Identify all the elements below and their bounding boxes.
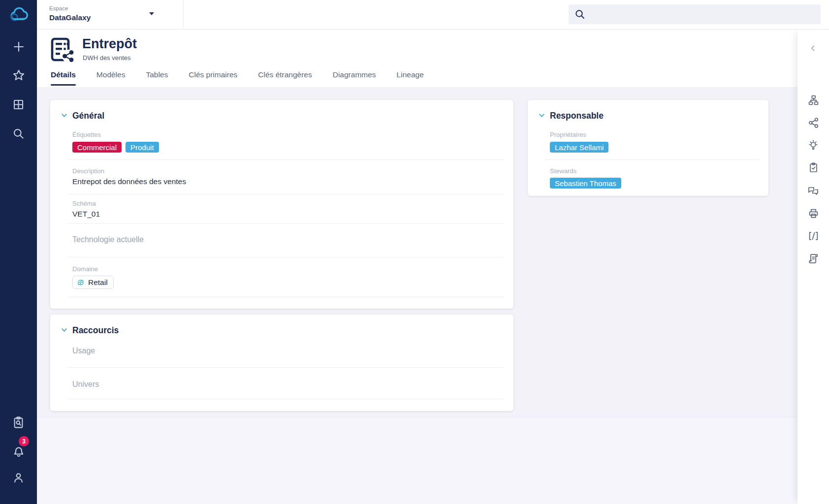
code-brackets-icon [808, 230, 819, 242]
raccourcis-card: Raccourcis Usage Univers [50, 315, 513, 411]
user-profile-button[interactable] [0, 467, 37, 488]
univers-field[interactable]: Univers [72, 380, 99, 389]
warehouse-model-icon [50, 36, 75, 65]
code-tool-button[interactable] [797, 227, 829, 245]
description-value[interactable]: Entrepot des données des ventes [72, 177, 186, 186]
field-divider [67, 297, 504, 297]
tag-produit[interactable]: Produit [126, 142, 159, 153]
notifications-button[interactable]: 3 [0, 440, 37, 462]
comments-tool-button[interactable] [797, 182, 829, 199]
domain-chip-label: Retail [88, 278, 108, 287]
hierarchy-icon [808, 94, 819, 106]
field-divider [67, 257, 504, 257]
section-title: Responsable [550, 111, 604, 121]
raccourcis-section-toggle[interactable]: Raccourcis [61, 325, 119, 336]
chevron-down-icon [61, 112, 67, 121]
insights-tool-button[interactable] [797, 136, 829, 154]
tab-tables[interactable]: Tables [146, 66, 168, 87]
field-divider [545, 159, 759, 160]
tasks-tool-button[interactable] [797, 159, 829, 177]
schema-label: Schéma [72, 200, 96, 207]
responsable-card: Responsable Propriétaires Lazhar Sellami… [528, 100, 768, 196]
lightbulb-icon [807, 139, 819, 151]
tab-lineage[interactable]: Lineage [397, 66, 424, 87]
tab-details[interactable]: Détails [51, 66, 76, 87]
field-divider [67, 367, 504, 368]
plus-icon [12, 40, 25, 53]
collapse-panel-button[interactable] [797, 39, 829, 57]
topbar-divider [183, 0, 184, 30]
etiquettes-label: Étiquettes [72, 131, 101, 138]
printer-icon [808, 208, 819, 219]
left-sidebar: 3 [0, 0, 37, 504]
star-icon [12, 69, 25, 82]
stewards-label: Stewards [550, 167, 576, 175]
entity-header: Entrepôt DWH des ventes Détails Modèles … [37, 30, 797, 87]
etiquettes-tags: Commercial Produit [72, 142, 159, 153]
script-tool-button[interactable] [797, 250, 829, 267]
share-tool-button[interactable] [797, 114, 829, 131]
tab-cles-etrangeres[interactable]: Clés étrangères [258, 66, 312, 87]
page-subtitle: DWH des ventes [83, 54, 131, 62]
topbar: Espace DataGalaxy [37, 0, 829, 30]
app-logo[interactable] [0, 4, 37, 26]
right-tool-panel [797, 30, 829, 504]
proprietaires-label: Propriétaires [550, 131, 586, 138]
search-icon [12, 127, 25, 140]
section-title: Raccourcis [72, 325, 119, 336]
chevron-down-icon [539, 112, 545, 121]
user-icon [12, 472, 25, 484]
schema-value[interactable]: VET_01 [72, 210, 100, 219]
domain-icon [77, 279, 85, 286]
notification-count-badge: 3 [19, 436, 29, 446]
field-divider [67, 159, 504, 160]
tab-modeles[interactable]: Modèles [96, 66, 126, 87]
tab-diagrammes[interactable]: Diagrammes [333, 66, 376, 87]
entity-tabs: Détails Modèles Tables Clés primaires Cl… [51, 66, 424, 87]
sidebar-search-button[interactable] [0, 123, 37, 144]
general-section-toggle[interactable]: Général [61, 111, 104, 121]
tag-steward[interactable]: Sebastien Thomas [550, 178, 621, 189]
cloud-logo-icon [9, 6, 29, 23]
tag-owner[interactable]: Lazhar Sellami [550, 142, 608, 153]
comments-icon [807, 185, 819, 196]
field-divider [67, 399, 504, 399]
global-search[interactable] [569, 4, 821, 24]
clipboard-search-icon [12, 416, 25, 429]
page-title: Entrepôt [82, 36, 137, 52]
add-button[interactable] [0, 36, 37, 58]
workspace-selector-label: Espace [49, 5, 68, 11]
print-tool-button[interactable] [797, 204, 829, 222]
tag-commercial[interactable]: Commercial [72, 142, 122, 153]
responsable-section-toggle[interactable]: Responsable [539, 111, 604, 121]
section-title: Général [72, 111, 104, 121]
workspace-selector[interactable]: Espace DataGalaxy [49, 0, 182, 30]
grid-icon [12, 98, 25, 111]
field-divider [67, 194, 504, 194]
tab-cles-primaires[interactable]: Clés primaires [189, 66, 237, 87]
modules-grid-button[interactable] [0, 94, 37, 115]
audit-clipboard-button[interactable] [0, 411, 37, 433]
script-icon [808, 253, 819, 264]
global-search-input[interactable] [590, 10, 815, 19]
hierarchy-tool-button[interactable] [797, 91, 829, 109]
chevron-down-icon [61, 326, 67, 335]
field-divider [67, 223, 504, 224]
search-icon [574, 9, 585, 20]
domaine-label: Domaine [72, 265, 98, 273]
share-icon [808, 117, 819, 128]
favorites-button[interactable] [0, 64, 37, 86]
workspace-selector-value: DataGalaxy [49, 13, 91, 22]
chevron-down-icon [149, 12, 154, 15]
chevron-left-icon [809, 44, 817, 52]
content-lower-background [37, 417, 797, 504]
stewards-tags: Sebastien Thomas [550, 178, 621, 189]
proprietaires-tags: Lazhar Sellami [550, 142, 608, 153]
technologie-field[interactable]: Technologie actuelle [72, 235, 144, 244]
clipboard-check-icon [808, 162, 819, 174]
description-label: Description [72, 167, 104, 175]
usage-field[interactable]: Usage [72, 346, 95, 355]
general-card: Général Étiquettes Commercial Produit De… [50, 100, 513, 309]
domain-chip-retail[interactable]: Retail [72, 276, 114, 289]
